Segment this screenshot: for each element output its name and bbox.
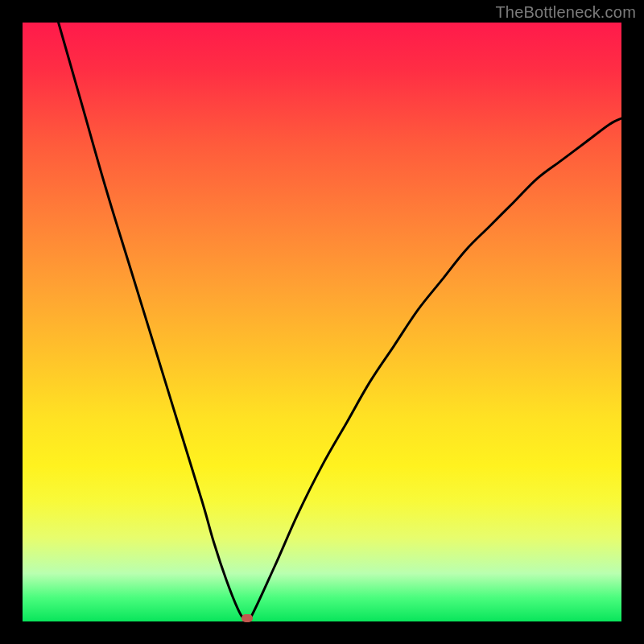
optimum-marker: [242, 614, 253, 622]
attribution-text: TheBottleneck.com: [495, 3, 636, 22]
chart-frame: TheBottleneck.com: [0, 0, 644, 644]
plot-area: [23, 23, 621, 621]
bottleneck-curve: [23, 23, 621, 621]
